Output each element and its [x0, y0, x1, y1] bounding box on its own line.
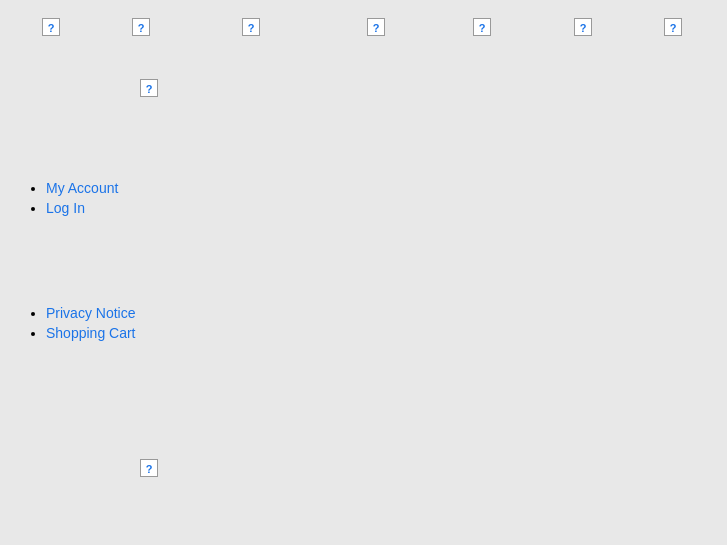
broken-image-top-1: ? — [42, 18, 60, 36]
account-nav-list: My Account Log In — [28, 180, 118, 216]
log-in-link[interactable]: Log In — [46, 200, 85, 216]
privacy-notice-link[interactable]: Privacy Notice — [46, 305, 135, 321]
privacy-nav-list: Privacy Notice Shopping Cart — [28, 305, 136, 341]
privacy-section: Privacy Notice Shopping Cart — [28, 305, 136, 345]
broken-image-top-2: ? — [132, 18, 150, 36]
broken-image-top-6: ? — [574, 18, 592, 36]
list-item-my-account: My Account — [46, 180, 118, 196]
broken-image-top-5: ? — [473, 18, 491, 36]
broken-image-top-3: ? — [242, 18, 260, 36]
list-item-log-in: Log In — [46, 200, 118, 216]
account-section: My Account Log In — [28, 180, 118, 220]
my-account-link[interactable]: My Account — [46, 180, 118, 196]
broken-image-bot-1: ? — [140, 459, 158, 477]
broken-image-top-4: ? — [367, 18, 385, 36]
broken-image-top-7: ? — [664, 18, 682, 36]
shopping-cart-link[interactable]: Shopping Cart — [46, 325, 136, 341]
list-item-privacy-notice: Privacy Notice — [46, 305, 136, 321]
list-item-shopping-cart: Shopping Cart — [46, 325, 136, 341]
broken-image-mid-1: ? — [140, 79, 158, 97]
